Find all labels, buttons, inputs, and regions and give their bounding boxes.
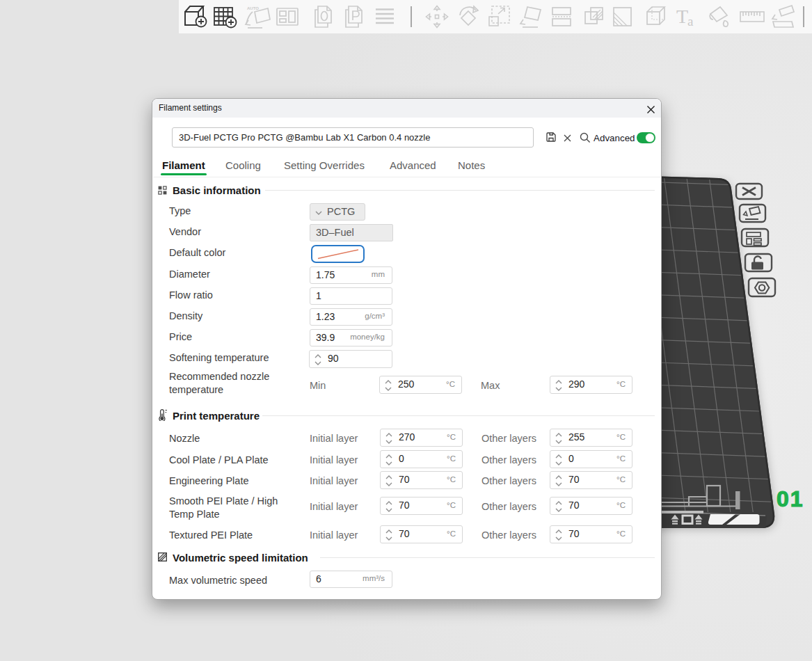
svg-text:AUTO: AUTO — [247, 6, 259, 10]
svg-text:a: a — [687, 14, 694, 29]
svg-text:T: T — [676, 6, 688, 27]
svg-text:01: 01 — [777, 486, 804, 511]
